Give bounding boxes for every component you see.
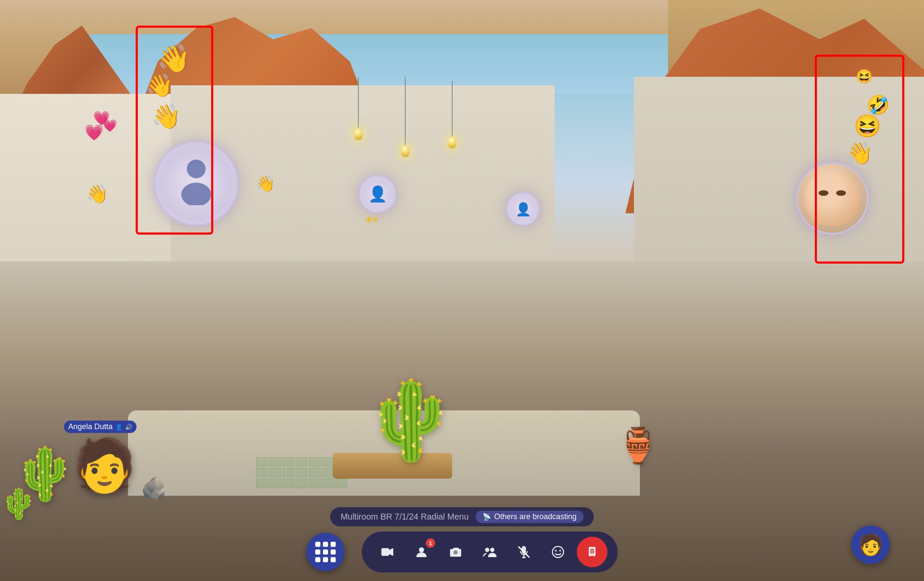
hanging-light-2: [401, 77, 410, 157]
angela-name-text: Angela Dutta: [68, 422, 113, 431]
toolbar-main: 1: [362, 532, 618, 572]
broadcasting-badge[interactable]: 📡 Others are broadcasting: [476, 511, 584, 523]
svg-point-13: [559, 550, 561, 552]
grid-icon: [315, 542, 336, 562]
avatar-icon-center: 👤: [368, 185, 387, 203]
svg-rect-2: [381, 548, 389, 556]
svg-point-15: [591, 555, 593, 557]
broadcast-portal-right[interactable]: [796, 162, 869, 235]
people-badge: 1: [426, 538, 435, 548]
angela-badge-icon: 👤: [115, 424, 122, 430]
cactus-main: 🌵: [363, 375, 459, 466]
person-silhouette: [175, 154, 218, 213]
broadcast-portal-right-center[interactable]: 👤: [506, 192, 540, 226]
svg-point-11: [552, 546, 564, 558]
hanging-light-1: [354, 77, 363, 140]
people-button[interactable]: 1: [406, 537, 437, 567]
status-text: Multiroom BR 7/1/24 Radial Menu: [340, 512, 468, 522]
broadcast-button[interactable]: [577, 537, 607, 567]
svg-point-5: [453, 550, 458, 555]
camera-button[interactable]: [440, 537, 471, 567]
self-avatar-icon: 🧑: [858, 533, 883, 557]
name-badge-angela: Angela Dutta 👤 🔊: [64, 421, 137, 433]
hanging-light-3: [448, 81, 456, 148]
character-angela: Angela Dutta 👤 🔊 🧑: [73, 436, 137, 496]
angela-audio-icon: 🔊: [125, 424, 132, 430]
toolbar-main-row: 1: [306, 532, 618, 572]
broadcast-portal-left[interactable]: [154, 141, 239, 226]
broadcasting-text: Others are broadcasting: [494, 512, 577, 521]
vase-decoration: 🏺: [617, 426, 660, 466]
group-button[interactable]: [474, 537, 505, 567]
svg-rect-16: [590, 549, 594, 554]
menu-button[interactable]: [306, 533, 345, 571]
avatar-icon-right-center: 👤: [515, 202, 531, 217]
toolbar-status-bar: Multiroom BR 7/1/24 Radial Menu 📡 Others…: [330, 507, 593, 526]
signal-icon: 📡: [482, 513, 491, 521]
svg-point-1: [181, 183, 211, 205]
self-avatar[interactable]: 🧑: [851, 526, 890, 564]
react-button[interactable]: [543, 537, 573, 567]
svg-marker-3: [389, 548, 393, 556]
mute-button[interactable]: [508, 537, 539, 567]
svg-point-7: [490, 548, 494, 552]
small-cactus: 🪨: [141, 475, 167, 500]
avatar-photo-right: [798, 164, 867, 233]
broadcast-portal-center[interactable]: 👤: [358, 175, 397, 213]
svg-point-6: [485, 548, 489, 552]
svg-point-0: [187, 160, 206, 178]
toolbar-status-row: Multiroom BR 7/1/24 Radial Menu 📡 Others…: [330, 507, 593, 526]
svg-point-12: [555, 550, 557, 552]
light-dots: [367, 218, 377, 222]
video-button[interactable]: [372, 537, 403, 567]
svg-point-4: [419, 547, 424, 552]
toolbar-wrapper: Multiroom BR 7/1/24 Radial Menu 📡 Others…: [0, 507, 924, 572]
angela-avatar: 🧑: [73, 436, 137, 496]
